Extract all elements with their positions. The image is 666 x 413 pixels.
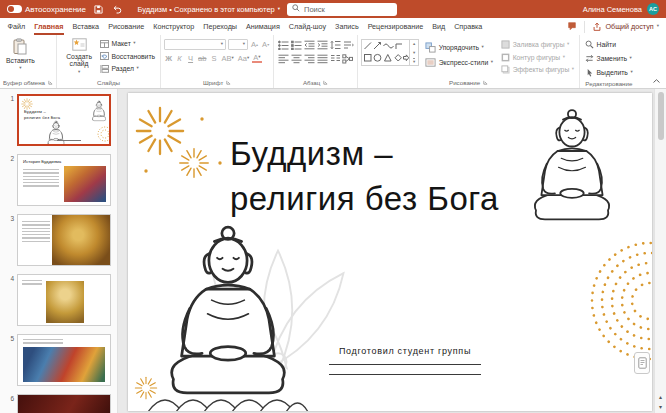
convert-to-smartart-icon[interactable] — [342, 53, 354, 64]
tab-file[interactable]: Файл — [3, 18, 30, 35]
columns-icon[interactable] — [329, 53, 341, 64]
undo-icon[interactable] — [111, 3, 124, 16]
tab-view[interactable]: Вид — [428, 18, 450, 35]
slide-thumbnail-6[interactable]: 6 — [0, 394, 117, 413]
slide-5-preview[interactable] — [17, 334, 111, 386]
shape-effects-button[interactable]: Эффекты фигуры ▾ — [499, 64, 576, 75]
select-button[interactable]: Выделить ▾ — [583, 67, 635, 78]
strikethrough-button[interactable]: ab — [197, 53, 207, 63]
collapse-ribbon-button[interactable] — [651, 77, 661, 85]
decrease-indent-icon[interactable] — [303, 39, 315, 50]
dialog-launcher-icon[interactable] — [48, 80, 53, 85]
character-spacing-button[interactable]: АВ▾ — [220, 53, 234, 63]
slide-subtitle[interactable]: Подготовил студент группы — [305, 346, 505, 375]
underline-button[interactable]: Ч — [186, 53, 195, 63]
quick-styles-icon — [425, 57, 436, 68]
slide-3-preview[interactable] — [17, 214, 111, 266]
dialog-launcher-icon[interactable] — [323, 80, 328, 85]
shape-fill-button[interactable]: Заливка фигуры ▾ — [499, 39, 576, 50]
align-right-icon[interactable] — [303, 53, 315, 64]
slide-thumbnail-4[interactable]: 4 — [0, 274, 117, 326]
slide-thumbnail-5[interactable]: 5 — [0, 334, 117, 386]
numbering-icon[interactable] — [290, 39, 302, 50]
bold-button[interactable]: Ж — [164, 53, 173, 63]
slide-1-preview[interactable]: Буддизм – религия без Бога — [17, 94, 111, 146]
shapes-gallery[interactable]: ▴ ▾ ▾ — [361, 39, 419, 66]
tab-animations[interactable]: Анимация — [242, 18, 285, 35]
share-button[interactable]: Общий доступ ▾ — [584, 21, 659, 33]
font-size-select[interactable]: ▾ — [228, 39, 248, 50]
buddha-drawing-left[interactable] — [146, 221, 310, 411]
tab-transitions[interactable]: Переходы — [199, 18, 242, 35]
autosave-toggle[interactable] — [7, 5, 22, 13]
grow-font-button[interactable]: А▴ — [250, 40, 259, 50]
change-case-button[interactable]: Аа▾ — [237, 53, 251, 63]
justify-icon[interactable] — [316, 53, 328, 64]
slide-6-preview[interactable] — [17, 394, 111, 413]
tab-insert[interactable]: Вставка — [68, 18, 104, 35]
dialog-launcher-icon[interactable] — [226, 80, 231, 85]
layout-button[interactable]: Макет ▾ — [98, 38, 157, 49]
ribbon: Вставить ▾ Буфер обмена Создать слайд ▾ — [0, 35, 666, 89]
search-input[interactable] — [304, 5, 392, 14]
slide-2-preview[interactable]: История Буддизма — [17, 154, 111, 206]
signature-line — [329, 374, 481, 375]
signature-line — [329, 364, 481, 365]
scrollbar-thumb[interactable] — [658, 92, 664, 140]
slide-4-preview[interactable] — [17, 274, 111, 326]
dialog-launcher-icon[interactable] — [483, 80, 488, 85]
quick-styles-button[interactable]: Экспресс-стили ▾ — [423, 57, 495, 68]
buddha-drawing-right[interactable] — [518, 106, 626, 232]
chevron-up-icon — [653, 79, 660, 83]
account-area: Алина Семенова АС — [583, 0, 659, 18]
increase-indent-icon[interactable] — [316, 39, 328, 50]
align-left-icon[interactable] — [277, 53, 289, 64]
shrink-font-button[interactable]: А▾ — [261, 40, 270, 50]
slide-editing-area[interactable]: Буддизм – религия без Бога Подготовил ст… — [128, 93, 652, 411]
search-box[interactable] — [287, 3, 397, 16]
text-direction-icon[interactable] — [342, 39, 354, 50]
tab-help[interactable]: Справка — [450, 18, 487, 35]
arrange-button[interactable]: Упорядочить ▾ — [423, 42, 495, 53]
font-color-button[interactable]: А▾ — [252, 54, 261, 63]
tab-record[interactable]: Запись — [331, 18, 364, 35]
align-center-icon[interactable] — [290, 53, 302, 64]
tab-draw[interactable]: Рисование — [104, 18, 149, 35]
line-spacing-icon[interactable] — [329, 39, 341, 50]
next-slide-button[interactable]: ▾ — [659, 404, 662, 410]
font-name-select[interactable]: ▾ — [164, 39, 226, 50]
find-button[interactable]: Найти — [583, 39, 635, 50]
tab-home[interactable]: Главная — [30, 18, 68, 35]
autosave-label: Автосохранение — [25, 5, 86, 14]
document-title[interactable]: Буддизм • Сохранено в этот компьютер ▾ — [137, 0, 280, 18]
shape-outline-button[interactable]: Контур фигуры ▾ — [499, 52, 576, 63]
slide-thumbnail-1[interactable]: 1 Буддизм – религия без Бога — [0, 94, 117, 146]
avatar[interactable]: АС — [647, 3, 659, 15]
reset-button[interactable]: Восстановить — [98, 51, 157, 62]
text-shadow-button[interactable]: S — [209, 53, 218, 63]
pen-page-icon — [638, 357, 647, 369]
vertical-scrollbar[interactable]: ▴ ▾ — [654, 89, 666, 413]
tab-slideshow[interactable]: Слайд-шоу — [284, 18, 330, 35]
signature-line — [57, 140, 81, 141]
tab-design[interactable]: Конструктор — [149, 18, 199, 35]
slide-image — [23, 347, 105, 382]
canvas-side-tool-button[interactable] — [634, 352, 650, 374]
slide-number: 3 — [4, 214, 14, 222]
slide-thumbnail-2[interactable]: 2 История Буддизма — [0, 154, 117, 206]
tab-review[interactable]: Рецензирование — [363, 18, 428, 35]
bullets-icon[interactable] — [277, 39, 289, 50]
shape-outline-icon — [501, 53, 510, 62]
font-group: ▾ ▾ А▴ А▾ Ж К Ч ab S АВ▾ Аа▾ А▾ — [161, 35, 274, 88]
previous-slide-button[interactable]: ▴ — [659, 394, 662, 400]
paste-button[interactable]: Вставить ▾ — [3, 35, 38, 70]
italic-button[interactable]: К — [175, 53, 184, 63]
replace-button[interactable]: Заменить ▾ — [583, 53, 635, 64]
comments-icon[interactable] — [567, 21, 577, 33]
slide-title[interactable]: Буддизм – религия без Бога — [230, 131, 499, 221]
section-button[interactable]: Раздел ▾ — [98, 63, 157, 74]
new-slide-button[interactable]: Создать слайд ▾ — [60, 35, 98, 74]
slide-thumbnail-3[interactable]: 3 — [0, 214, 117, 266]
save-icon[interactable] — [92, 3, 105, 16]
shapes-gallery-scroll[interactable]: ▴ ▾ ▾ — [409, 40, 418, 65]
